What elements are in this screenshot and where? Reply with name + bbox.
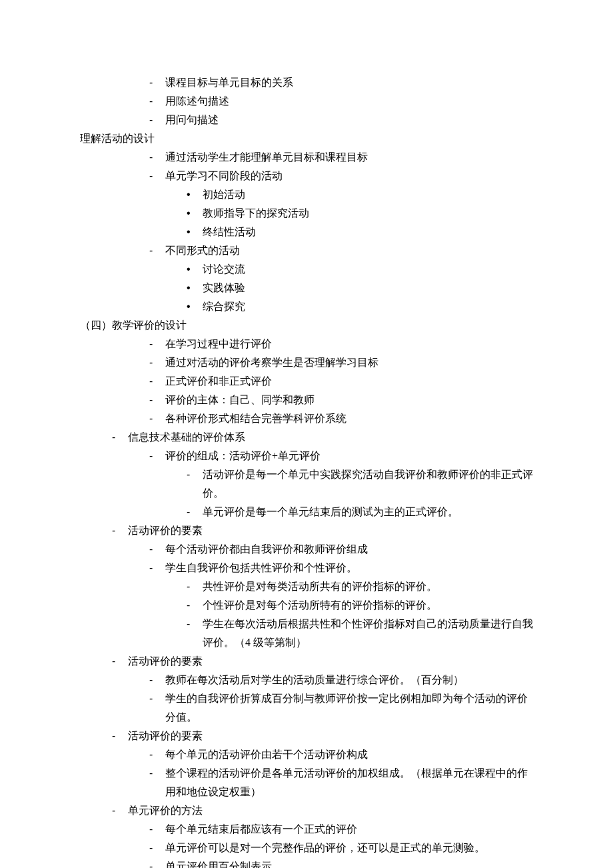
outline-line: 每个活动评价都由自我评价和教师评价组成 bbox=[80, 540, 533, 559]
outline-text: 每个单元的活动评价由若干个活动评价构成 bbox=[165, 745, 533, 764]
outline-text: 信息技术基础的评价体系 bbox=[128, 428, 533, 447]
outline-text: 活动评价的要素 bbox=[128, 652, 533, 671]
dash-bullet-icon bbox=[149, 540, 165, 559]
outline-text: 单元学习不同阶段的活动 bbox=[165, 167, 533, 185]
dot-bullet-icon bbox=[187, 204, 203, 223]
dash-bullet-icon bbox=[149, 148, 165, 167]
dot-bullet-icon bbox=[187, 185, 203, 204]
dash-bullet-icon bbox=[149, 335, 165, 353]
dash-bullet-icon bbox=[112, 428, 128, 447]
dot-bullet-icon bbox=[187, 223, 203, 241]
outline-text: 共性评价是对每类活动所共有的评价指标的评价。 bbox=[203, 577, 533, 596]
outline-line: 终结性活动 bbox=[80, 223, 533, 241]
dash-bullet-icon bbox=[149, 447, 165, 465]
outline-text: 用陈述句描述 bbox=[165, 92, 533, 111]
outline-line: 单元评价是每一个单元结束后的测试为主的正式评价。 bbox=[80, 503, 533, 521]
outline-text: 单元评价的方法 bbox=[128, 801, 533, 820]
outline-text: （四）教学评价的设计 bbox=[80, 316, 533, 335]
outline-line: 教师指导下的探究活动 bbox=[80, 204, 533, 223]
dash-bullet-icon bbox=[149, 839, 165, 857]
outline-line: 理解活动的设计 bbox=[80, 129, 533, 148]
outline-line: 每个单元结束后都应该有一个正式的评价 bbox=[80, 820, 533, 839]
outline-text: 在学习过程中进行评价 bbox=[165, 335, 533, 353]
outline-text: 整个课程的活动评价是各单元活动评价的加权组成。（根据单元在课程中的作用和地位设定… bbox=[165, 764, 533, 801]
dash-bullet-icon bbox=[149, 764, 165, 783]
dash-bullet-icon bbox=[187, 615, 203, 633]
outline-line: 讨论交流 bbox=[80, 260, 533, 279]
outline-line: 单元学习不同阶段的活动 bbox=[80, 167, 533, 185]
dash-bullet-icon bbox=[149, 409, 165, 428]
dash-bullet-icon bbox=[149, 857, 165, 868]
outline-text: 每个活动评价都由自我评价和教师评价组成 bbox=[165, 540, 533, 559]
outline-text: 学生在每次活动后根据共性和个性评价指标对自己的活动质量进行自我评价。（4 级等第… bbox=[203, 615, 533, 652]
dot-bullet-icon bbox=[187, 279, 203, 297]
dash-bullet-icon bbox=[187, 465, 203, 484]
outline-text: 综合探究 bbox=[203, 297, 533, 316]
outline-line: 单元评价用百分制表示。 bbox=[80, 857, 533, 868]
outline-text: 正式评价和非正式评价 bbox=[165, 372, 533, 391]
outline-text: 活动评价的要素 bbox=[128, 727, 533, 745]
outline-line: 学生自我评价包括共性评价和个性评价。 bbox=[80, 559, 533, 577]
dash-bullet-icon bbox=[149, 92, 165, 111]
dash-bullet-icon bbox=[149, 689, 165, 708]
outline-text: 各种评价形式相结合完善学科评价系统 bbox=[165, 409, 533, 428]
outline-line: 教师在每次活动后对学生的活动质量进行综合评价。（百分制） bbox=[80, 671, 533, 689]
outline-text: 讨论交流 bbox=[203, 260, 533, 279]
outline-line: 课程目标与单元目标的关系 bbox=[80, 73, 533, 92]
outline-line: 单元评价的方法 bbox=[80, 801, 533, 820]
dash-bullet-icon bbox=[112, 521, 128, 540]
outline-line: 初始活动 bbox=[80, 185, 533, 204]
dash-bullet-icon bbox=[149, 671, 165, 689]
outline-text: 单元评价是每一个单元结束后的测试为主的正式评价。 bbox=[203, 503, 533, 521]
outline-line: 通过活动学生才能理解单元目标和课程目标 bbox=[80, 148, 533, 167]
outline-line: 在学习过程中进行评价 bbox=[80, 335, 533, 353]
outline-text: 活动评价的要素 bbox=[128, 521, 533, 540]
outline-text: 个性评价是对每个活动所特有的评价指标的评价。 bbox=[203, 596, 533, 615]
outline-text: 学生自我评价包括共性评价和个性评价。 bbox=[165, 559, 533, 577]
outline-line: 正式评价和非正式评价 bbox=[80, 372, 533, 391]
outline-line: 活动评价的要素 bbox=[80, 652, 533, 671]
dash-bullet-icon bbox=[149, 391, 165, 409]
outline-line: 评价的组成：活动评价+单元评价 bbox=[80, 447, 533, 465]
dash-bullet-icon bbox=[149, 372, 165, 391]
outline-text: 活动评价是每一个单元中实践探究活动自我评价和教师评价的非正式评价。 bbox=[203, 465, 533, 503]
dash-bullet-icon bbox=[149, 820, 165, 839]
outline-line: （四）教学评价的设计 bbox=[80, 316, 533, 335]
outline-text: 教师指导下的探究活动 bbox=[203, 204, 533, 223]
outline-line: 整个课程的活动评价是各单元活动评价的加权组成。（根据单元在课程中的作用和地位设定… bbox=[80, 764, 533, 801]
dash-bullet-icon bbox=[149, 241, 165, 260]
outline-text: 不同形式的活动 bbox=[165, 241, 533, 260]
outline-line: 综合探究 bbox=[80, 297, 533, 316]
outline-line: 学生在每次活动后根据共性和个性评价指标对自己的活动质量进行自我评价。（4 级等第… bbox=[80, 615, 533, 652]
outline-line: 用陈述句描述 bbox=[80, 92, 533, 111]
outline-line: 活动评价的要素 bbox=[80, 521, 533, 540]
outline-line: 每个单元的活动评价由若干个活动评价构成 bbox=[80, 745, 533, 764]
outline-line: 个性评价是对每个活动所特有的评价指标的评价。 bbox=[80, 596, 533, 615]
dash-bullet-icon bbox=[149, 111, 165, 129]
dot-bullet-icon bbox=[187, 260, 203, 279]
outline-text: 理解活动的设计 bbox=[80, 129, 533, 148]
outline-line: 各种评价形式相结合完善学科评价系统 bbox=[80, 409, 533, 428]
outline-line: 活动评价的要素 bbox=[80, 727, 533, 745]
outline-text: 每个单元结束后都应该有一个正式的评价 bbox=[165, 820, 533, 839]
outline-text: 单元评价用百分制表示。 bbox=[165, 857, 533, 868]
dash-bullet-icon bbox=[187, 596, 203, 615]
dash-bullet-icon bbox=[149, 745, 165, 764]
outline-text: 终结性活动 bbox=[203, 223, 533, 241]
outline-text: 通过对活动的评价考察学生是否理解学习目标 bbox=[165, 353, 533, 372]
outline-text: 课程目标与单元目标的关系 bbox=[165, 73, 533, 92]
outline-text: 通过活动学生才能理解单元目标和课程目标 bbox=[165, 148, 533, 167]
outline-line: 共性评价是对每类活动所共有的评价指标的评价。 bbox=[80, 577, 533, 596]
dash-bullet-icon bbox=[149, 73, 165, 92]
dash-bullet-icon bbox=[149, 559, 165, 577]
outline-text: 教师在每次活动后对学生的活动质量进行综合评价。（百分制） bbox=[165, 671, 533, 689]
outline-line: 评价的主体：自己、同学和教师 bbox=[80, 391, 533, 409]
outline-text: 单元评价可以是对一个完整作品的评价，还可以是正式的单元测验。 bbox=[165, 839, 533, 857]
outline-text: 评价的组成：活动评价+单元评价 bbox=[165, 447, 533, 465]
dot-bullet-icon bbox=[187, 297, 203, 316]
outline-line: 信息技术基础的评价体系 bbox=[80, 428, 533, 447]
dash-bullet-icon bbox=[112, 652, 128, 671]
outline-text: 学生的自我评价折算成百分制与教师评价按一定比例相加即为每个活动的评价分值。 bbox=[165, 689, 533, 727]
outline-line: 实践体验 bbox=[80, 279, 533, 297]
outline-line: 通过对活动的评价考察学生是否理解学习目标 bbox=[80, 353, 533, 372]
